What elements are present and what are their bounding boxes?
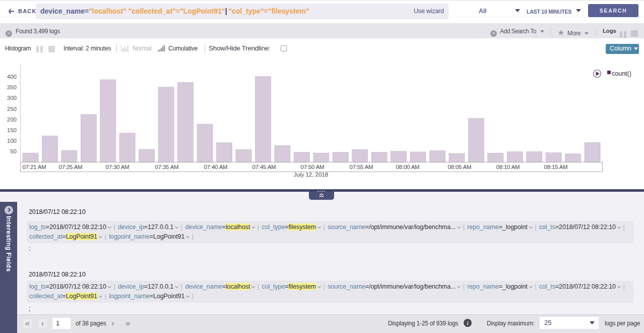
svg-text:200: 200	[7, 117, 17, 123]
svg-text:50: 50	[10, 148, 17, 154]
svg-text:08:05 AM: 08:05 AM	[448, 164, 472, 170]
svg-text:08:10 AM: 08:10 AM	[496, 164, 520, 170]
svg-text:count(): count()	[612, 70, 631, 77]
svg-text:07:55 AM: 07:55 AM	[350, 164, 373, 170]
svg-text:100: 100	[7, 138, 17, 144]
svg-text:400: 400	[7, 74, 17, 80]
svg-text:07:45 AM: 07:45 AM	[252, 164, 276, 170]
svg-text:07:50 AM: 07:50 AM	[301, 164, 325, 170]
svg-text:07:25 AM: 07:25 AM	[59, 164, 83, 170]
svg-text:07:40 AM: 07:40 AM	[204, 164, 228, 170]
svg-text:300: 300	[7, 95, 17, 101]
svg-text:150: 150	[7, 127, 17, 133]
svg-text:08:00 AM: 08:00 AM	[396, 164, 420, 170]
svg-text:08:15 AM: 08:15 AM	[544, 164, 568, 170]
svg-text:07:30 AM: 07:30 AM	[106, 164, 130, 170]
svg-text:07:35 AM: 07:35 AM	[155, 164, 179, 170]
svg-text:250: 250	[7, 106, 17, 112]
svg-text:350: 350	[7, 84, 17, 90]
svg-text:07:21 AM: 07:21 AM	[23, 164, 46, 170]
svg-text:July 12, 2018: July 12, 2018	[294, 172, 328, 178]
